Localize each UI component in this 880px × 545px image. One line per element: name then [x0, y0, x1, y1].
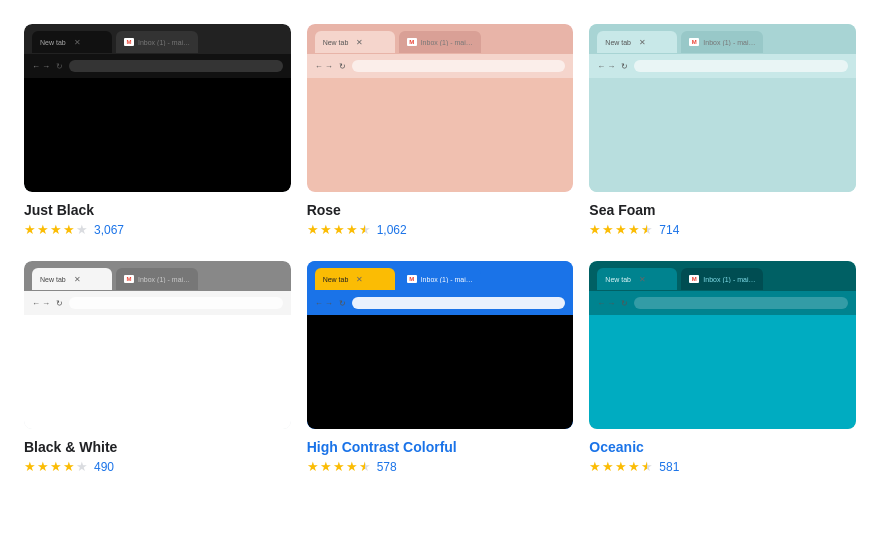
star-filled: ★ — [50, 459, 62, 474]
star-filled: ★ — [628, 222, 640, 237]
theme-image: New tab ✕ M Inbox (1) - mai… ← → ↻ — [307, 261, 574, 429]
theme-card-sea-foam[interactable]: New tab ✕ M Inbox (1) - mai… ← → ↻ — [589, 24, 856, 237]
theme-title: Rose — [307, 202, 574, 218]
theme-title: Sea Foam — [589, 202, 856, 218]
star-filled: ★ — [628, 459, 640, 474]
stars-container: ★★★★★ — [589, 459, 653, 474]
rating-count: 578 — [377, 460, 397, 474]
theme-title: High Contrast Colorful — [307, 439, 574, 455]
star-filled: ★ — [63, 222, 75, 237]
star-filled: ★ — [615, 222, 627, 237]
stars-container: ★★★★★ — [24, 222, 88, 237]
theme-title: Just Black — [24, 202, 291, 218]
rating-count: 714 — [659, 223, 679, 237]
theme-rating: ★★★★★ 490 — [24, 459, 291, 474]
theme-card-just-black[interactable]: New tab ✕ M Inbox (1) - mai… ← → ↻ — [24, 24, 291, 237]
theme-rating: ★★★★★ 3,067 — [24, 222, 291, 237]
star-filled: ★ — [307, 222, 319, 237]
star-filled: ★ — [24, 459, 36, 474]
star-half: ★ — [641, 459, 653, 474]
stars-container: ★★★★★ — [589, 222, 653, 237]
star-filled: ★ — [63, 459, 75, 474]
theme-image: New tab ✕ M Inbox (1) - mai… ← → ↻ — [24, 261, 291, 429]
rating-count: 1,062 — [377, 223, 407, 237]
star-empty: ★ — [76, 459, 88, 474]
rating-count: 3,067 — [94, 223, 124, 237]
star-filled: ★ — [307, 459, 319, 474]
rating-count: 581 — [659, 460, 679, 474]
star-filled: ★ — [24, 222, 36, 237]
theme-image: New tab ✕ M Inbox (1) - mai… ← → ↻ — [24, 24, 291, 192]
star-empty: ★ — [76, 222, 88, 237]
star-filled: ★ — [615, 459, 627, 474]
theme-rating: ★★★★★ 1,062 — [307, 222, 574, 237]
theme-image: New tab ✕ M Inbox (1) - mai… ← → ↻ — [589, 261, 856, 429]
star-filled: ★ — [346, 459, 358, 474]
star-filled: ★ — [602, 222, 614, 237]
theme-image: New tab ✕ M Inbox (1) - mai… ← → ↻ — [307, 24, 574, 192]
star-half: ★ — [359, 459, 371, 474]
star-filled: ★ — [37, 459, 49, 474]
theme-card-oceanic[interactable]: New tab ✕ M Inbox (1) - mai… ← → ↻ — [589, 261, 856, 474]
theme-card-black-white[interactable]: New tab ✕ M Inbox (1) - mai… ← → ↻ — [24, 261, 291, 474]
theme-rating: ★★★★★ 714 — [589, 222, 856, 237]
star-filled: ★ — [333, 222, 345, 237]
star-half: ★ — [641, 222, 653, 237]
stars-container: ★★★★★ — [307, 222, 371, 237]
theme-card-high-contrast-colorful[interactable]: New tab ✕ M Inbox (1) - mai… ← → ↻ — [307, 261, 574, 474]
themes-grid: New tab ✕ M Inbox (1) - mai… ← → ↻ — [8, 16, 872, 482]
theme-rating: ★★★★★ 578 — [307, 459, 574, 474]
star-filled: ★ — [320, 222, 332, 237]
star-filled: ★ — [37, 222, 49, 237]
star-half: ★ — [359, 222, 371, 237]
star-filled: ★ — [50, 222, 62, 237]
star-filled: ★ — [589, 459, 601, 474]
star-filled: ★ — [333, 459, 345, 474]
theme-image: New tab ✕ M Inbox (1) - mai… ← → ↻ — [589, 24, 856, 192]
star-filled: ★ — [589, 222, 601, 237]
stars-container: ★★★★★ — [24, 459, 88, 474]
theme-title: Black & White — [24, 439, 291, 455]
stars-container: ★★★★★ — [307, 459, 371, 474]
star-filled: ★ — [320, 459, 332, 474]
theme-title: Oceanic — [589, 439, 856, 455]
theme-card-rose[interactable]: New tab ✕ M Inbox (1) - mai… ← → ↻ — [307, 24, 574, 237]
star-filled: ★ — [346, 222, 358, 237]
star-filled: ★ — [602, 459, 614, 474]
rating-count: 490 — [94, 460, 114, 474]
theme-rating: ★★★★★ 581 — [589, 459, 856, 474]
